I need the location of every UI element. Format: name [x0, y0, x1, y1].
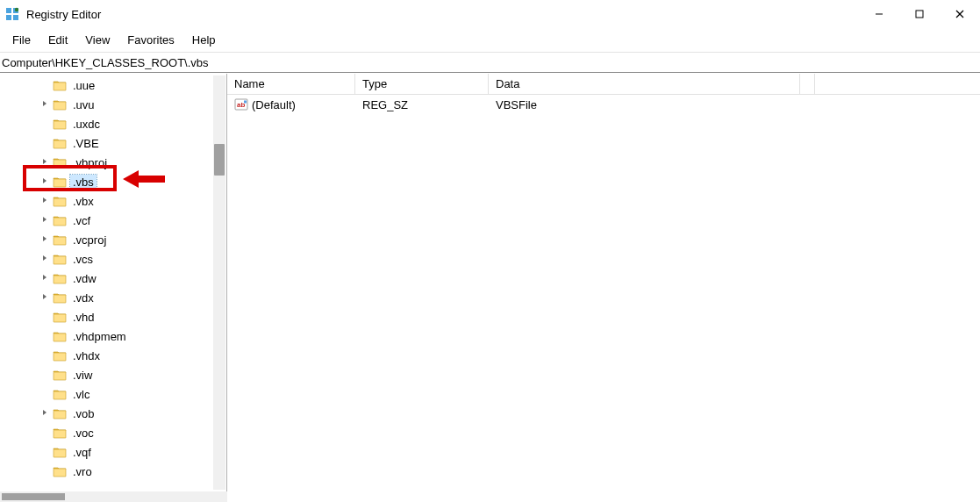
menu-help[interactable]: Help [183, 30, 225, 50]
tree-item[interactable]: .uue [0, 75, 226, 95]
tree-item[interactable]: .vdx [0, 288, 226, 307]
value-type-cell: REG_SZ [355, 97, 489, 113]
tree-item-label: .uxdc [70, 117, 103, 132]
folder-icon [53, 253, 67, 265]
main-area: .uue.uvu.uxdc.VBE.vbproj.vbs.vbx.vcf.vcp… [0, 73, 980, 491]
folder-icon [53, 233, 67, 246]
tree-item[interactable]: .vcf [0, 211, 226, 230]
address-text: Computer\HKEY_CLASSES_ROOT\.vbs [2, 56, 209, 69]
folder-icon [53, 291, 67, 304]
chevron-right-icon[interactable] [39, 409, 51, 418]
tree-item[interactable]: .uxdc [0, 114, 226, 133]
tree-item-label: .vob [70, 406, 97, 421]
folder-icon [53, 272, 67, 284]
reg-string-icon [234, 97, 248, 111]
folder-icon [53, 156, 67, 169]
tree-hscroll-thumb[interactable] [2, 493, 65, 500]
tree-horizontal-scrollbar[interactable] [0, 491, 227, 502]
value-rows: (Default)REG_SZVBSFile [227, 95, 980, 114]
folder-icon [53, 407, 67, 420]
tree-item-label: .vhd [70, 310, 97, 325]
tree-item[interactable]: .vhd [0, 307, 226, 326]
tree-item-label: .vro [70, 464, 95, 479]
tree-item[interactable]: .uvu [0, 95, 226, 114]
app-icon [5, 7, 19, 21]
folder-icon [53, 349, 67, 362]
folder-icon [53, 465, 67, 477]
value-row[interactable]: (Default)REG_SZVBSFile [227, 95, 980, 114]
tree-item[interactable]: .vdw [0, 269, 226, 288]
bottom-scroll-area [0, 491, 980, 502]
chevron-right-icon[interactable] [39, 255, 51, 263]
window-title: Registry Editor [26, 8, 101, 21]
folder-icon [53, 427, 67, 439]
column-header-type[interactable]: Type [355, 74, 489, 94]
chevron-right-icon[interactable] [39, 158, 51, 167]
menu-bar: File Edit View Favorites Help [0, 28, 980, 52]
svg-rect-3 [13, 15, 18, 20]
tree-item-label: .VBE [70, 136, 102, 151]
value-name: (Default) [252, 98, 296, 111]
chevron-right-icon[interactable] [39, 197, 51, 205]
tree-item-label: .vbproj [70, 155, 110, 170]
folder-icon [53, 330, 67, 342]
tree-vertical-scrollbar[interactable] [213, 75, 225, 490]
tree-item-label: .vbs [70, 175, 97, 190]
folder-icon [53, 369, 67, 381]
tree-item-label: .vlc [70, 387, 93, 402]
chevron-right-icon[interactable] [39, 177, 51, 186]
column-header-name[interactable]: Name [227, 74, 355, 94]
tree-scroll-thumb[interactable] [214, 144, 225, 176]
chevron-right-icon[interactable] [39, 216, 51, 225]
svg-rect-0 [6, 8, 11, 13]
tree-item-label: .viw [70, 368, 95, 383]
tree-item-label: .vdw [70, 271, 99, 286]
menu-file[interactable]: File [4, 30, 39, 50]
folder-icon [53, 118, 67, 130]
folder-icon [53, 311, 67, 323]
menu-view[interactable]: View [76, 30, 118, 50]
value-name-cell: (Default) [227, 96, 355, 113]
tree-item-label: .vdx [70, 290, 97, 305]
svg-point-4 [15, 8, 18, 11]
tree-item[interactable]: .vro [0, 462, 226, 481]
tree-item[interactable]: .VBE [0, 133, 226, 153]
menu-favorites[interactable]: Favorites [118, 30, 182, 50]
tree-item[interactable]: .viw [0, 365, 226, 384]
folder-icon [53, 137, 67, 149]
minimize-button[interactable] [859, 0, 899, 28]
chevron-right-icon[interactable] [39, 274, 51, 283]
tree-item[interactable]: .vcs [0, 249, 226, 269]
close-button[interactable] [940, 0, 980, 28]
chevron-right-icon[interactable] [39, 293, 51, 302]
tree-item-label: .vqf [70, 445, 94, 460]
tree-item[interactable]: .vcproj [0, 230, 226, 249]
svg-rect-6 [916, 11, 923, 18]
tree-item[interactable]: .vlc [0, 384, 226, 404]
tree-item[interactable]: .voc [0, 423, 226, 442]
tree-item[interactable]: .vbproj [0, 153, 226, 172]
address-bar[interactable]: Computer\HKEY_CLASSES_ROOT\.vbs [0, 52, 980, 73]
tree-item[interactable]: .vob [0, 404, 226, 423]
column-header-data[interactable]: Data [489, 74, 800, 94]
column-header-spacer [800, 74, 815, 94]
tree-item-label: .vhdpmem [70, 329, 129, 344]
maximize-button[interactable] [899, 0, 940, 28]
tree-item[interactable]: .vbs [0, 172, 226, 191]
tree-item[interactable]: .vqf [0, 442, 226, 462]
values-pane: Name Type Data (Default)REG_SZVBSFile [227, 74, 980, 491]
svg-rect-2 [6, 15, 11, 20]
chevron-right-icon[interactable] [39, 100, 51, 109]
title-bar: Registry Editor [0, 0, 980, 28]
tree-item[interactable]: .vhdpmem [0, 326, 226, 346]
folder-icon [53, 98, 67, 111]
tree-item-label: .uue [70, 78, 97, 93]
chevron-right-icon[interactable] [39, 235, 51, 244]
folder-icon [53, 195, 67, 207]
menu-edit[interactable]: Edit [39, 30, 76, 50]
tree-item-label: .vhdx [70, 348, 103, 363]
tree-item[interactable]: .vhdx [0, 346, 226, 365]
tree-list: .uue.uvu.uxdc.VBE.vbproj.vbs.vbx.vcf.vcp… [0, 74, 226, 481]
tree-item[interactable]: .vbx [0, 191, 226, 211]
tree-pane: .uue.uvu.uxdc.VBE.vbproj.vbs.vbx.vcf.vcp… [0, 74, 227, 491]
